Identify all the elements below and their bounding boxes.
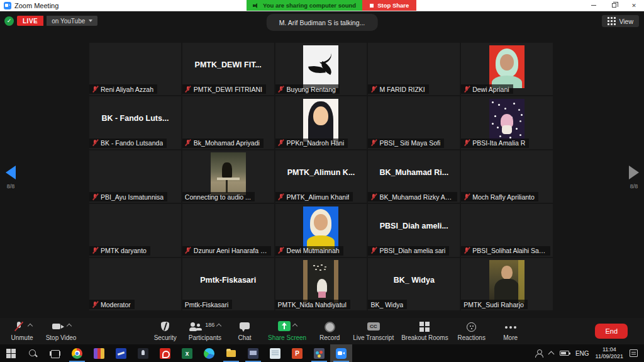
participant-tile[interactable]: Pmtk-FiskasariPmtk-Fiskasari (182, 258, 274, 310)
toolbar-button-reactions[interactable]: Reactions (452, 318, 491, 344)
toolbar-icon-row (323, 321, 336, 332)
avatar-shape (501, 266, 513, 280)
taskbar-app-notepad[interactable] (264, 344, 286, 362)
participant-tile[interactable]: BK_ WidyaBK_ Widya (368, 258, 460, 310)
action-center-icon[interactable] (630, 349, 638, 357)
toolbar-button-label: Share Screen (268, 334, 306, 341)
participant-tile[interactable]: PBSI-Ita Amalia R (461, 96, 553, 149)
powerpoint-icon: P (292, 348, 303, 359)
toolbar-button-stop-video[interactable]: Stop Video (42, 318, 80, 344)
minimize-button[interactable] (584, 0, 604, 11)
participant-nameplate: PBSI_Solihat Alaihi Salam (461, 246, 550, 256)
toolbar-icon-row (238, 321, 252, 332)
toolbar-button-live-transcript[interactable]: CCLive Transcript (349, 318, 397, 344)
window-title: Zoom Meeting (14, 2, 58, 9)
battery-icon[interactable] (560, 351, 569, 356)
taskbar-app-chrome[interactable] (66, 344, 88, 362)
participant-tile[interactable]: BK - Fando Luts...BK - Fando Lutsanda (89, 96, 181, 149)
toolbar-button-breakout-rooms[interactable]: Breakout Rooms (397, 318, 452, 344)
zoom-app-icon (4, 2, 11, 9)
participant-nameplate: M FARID RIZKI (368, 84, 428, 94)
live-stream-indicator: ✓ LIVE on YouTube (4, 16, 97, 26)
participant-tile[interactable]: PMTK_Alimun K...PMTK_Alimun Khanif (275, 150, 367, 203)
participant-nameplate: BK_ Widya (368, 300, 407, 309)
avatar-shape (318, 291, 326, 298)
participant-tile[interactable]: PBI_Ayu Ismatunnisa (89, 150, 181, 203)
taskbar-app-search[interactable] (22, 344, 44, 362)
participant-tile[interactable]: BK_Muhamad Ri...BK_Muhamad Rizky Aryanto (368, 150, 460, 203)
participant-tile[interactable]: PMTK_Sudi Raharjo (461, 258, 553, 310)
taskbar-app-zoom[interactable] (330, 344, 352, 362)
taskbar-app-start[interactable] (0, 344, 22, 362)
taskbar-app-projector[interactable] (242, 344, 264, 362)
taskbar-app-paint[interactable] (308, 344, 330, 362)
toolbar-button-record[interactable]: Record (310, 318, 349, 344)
participant-tile[interactable]: PBSI_Diah ameli...PBSI_Diah amelia sari (368, 204, 460, 256)
participant-nameplate: Buyung Rentang (275, 84, 340, 94)
toolbar-button-participants[interactable]: 186Participants (185, 318, 225, 344)
muted-mic-icon (464, 193, 470, 201)
live-platform-dropdown[interactable]: on YouTube (47, 16, 97, 26)
previous-page-arrow-icon[interactable] (6, 166, 16, 179)
next-page-arrow-icon[interactable] (629, 166, 639, 179)
toolbar-button-label: Unmute (11, 334, 33, 341)
taskbar-app-scanner[interactable] (110, 344, 132, 362)
participant-tile[interactable]: PMTK daryanto (89, 204, 181, 256)
taskbar-app-excel[interactable]: x (176, 344, 198, 362)
participant-nameplate: PMTK daryanto (89, 246, 150, 256)
participant-tile[interactable]: Bk_Mohamad Apriyadi (182, 96, 274, 149)
hidden-icons-chevron-icon[interactable] (548, 351, 554, 358)
participant-tile[interactable]: PMTK_Nida Nahdiyatul (275, 258, 367, 310)
language-indicator[interactable]: ENG (575, 350, 589, 357)
participant-tile[interactable]: PBSI_Solihat Alaihi Salam (461, 204, 553, 256)
maximize-button[interactable] (604, 0, 624, 11)
view-button[interactable]: View (602, 15, 639, 27)
chevron-up-icon (67, 324, 72, 329)
toolbar-button-security[interactable]: Security (146, 318, 185, 344)
participant-tile[interactable]: Moch Rafly Aprilianto (461, 150, 553, 203)
participant-tile[interactable]: PBSI_ Siti Maya Sofi (368, 96, 460, 149)
participant-name: BK - Fando Lutsanda (101, 139, 163, 147)
taskbar-app-powerpoint[interactable]: P (286, 344, 308, 362)
participant-name-overlay: PBSI_Diah ameli... (368, 222, 460, 230)
taskbar-app-gom[interactable] (132, 344, 154, 362)
participant-tile[interactable]: Moderator (89, 258, 181, 310)
participant-name-overlay: PMTK_Alimun K... (275, 168, 367, 177)
taskbar-app-winrar[interactable] (88, 344, 110, 362)
participant-name: PBSI_ Siti Maya Sofi (379, 139, 440, 147)
end-meeting-button[interactable]: End (595, 324, 628, 339)
participant-tile[interactable]: PMTK_DEWI FIT...PMTK_DEWI FITRIANI (182, 43, 274, 95)
stop-share-button[interactable]: Stop Share (362, 0, 416, 11)
avatar-shape (226, 180, 228, 193)
dots-icon (504, 321, 518, 332)
chevron-up-icon (28, 324, 33, 329)
people-tray-icon[interactable] (535, 349, 543, 358)
taskbar-app-taskview[interactable] (44, 344, 66, 362)
toolbar-button-unmute[interactable]: Unmute (3, 318, 42, 344)
muted-mic-icon (464, 139, 470, 147)
taskbar-app-explorer[interactable] (220, 344, 242, 362)
restore-icon (612, 3, 616, 8)
clock[interactable]: 11:04 11/09/2021 (596, 346, 623, 361)
muted-mic-icon (92, 301, 98, 308)
taskbar-app-acrobat[interactable] (154, 344, 176, 362)
participant-tile[interactable]: Dzunur Aeni Hanarafa Ups (182, 204, 274, 256)
participant-tile[interactable]: Dewi Apriani (461, 43, 553, 95)
participant-tile[interactable]: Buyung Rentang (275, 43, 367, 95)
participant-tile[interactable]: Reni Aliyah Azzah (89, 43, 181, 95)
toolbar-button-share-screen[interactable]: Share Screen (264, 318, 310, 344)
toolbar-button-more[interactable]: More (491, 318, 530, 344)
participant-tile[interactable]: Dewi Mutmainnah (275, 204, 367, 256)
participant-name-overlay: BK_Muhamad Ri... (368, 168, 460, 177)
participant-tile[interactable]: PPKn_Nadroh Hani (275, 96, 367, 149)
participant-tile[interactable]: Connecting to audio ... (182, 150, 274, 203)
participant-nameplate: Connecting to audio ... (182, 192, 255, 201)
close-button[interactable]: ✕ (624, 0, 644, 11)
chevron-up-icon (216, 324, 221, 329)
share-banner: You are sharing computer sound Stop Shar… (247, 0, 416, 11)
taskbar-app-edge[interactable] (198, 344, 220, 362)
winrar-icon (94, 348, 104, 359)
toolbar-button-label: More (503, 334, 518, 341)
participant-tile[interactable]: M FARID RIZKI (368, 43, 460, 95)
toolbar-button-chat[interactable]: Chat (225, 318, 264, 344)
